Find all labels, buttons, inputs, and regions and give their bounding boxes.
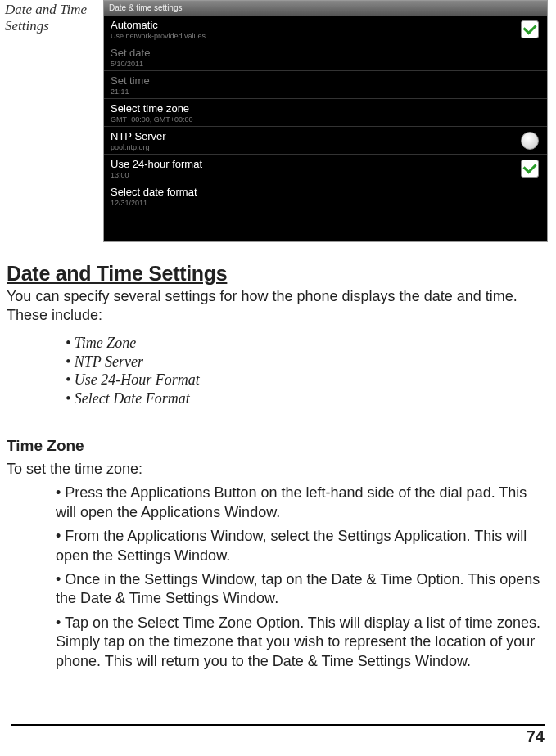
row-title: Set time — [111, 74, 540, 87]
row-subtitle: 12/31/2011 — [111, 199, 540, 207]
row-select-date-format[interactable]: Select date format 12/31/2011 — [104, 182, 547, 209]
section-intro: You can specify several settings for how… — [7, 287, 548, 324]
figure-caption: Date and Time Settings — [5, 0, 103, 242]
row-title: Select date format — [111, 186, 540, 198]
row-subtitle: Use network-provided values — [111, 32, 540, 40]
list-item: Use 24-Hour Format — [66, 371, 548, 389]
row-title: Automatic — [111, 19, 540, 31]
row-select-timezone[interactable]: Select time zone GMT+00:00, GMT+00:00 — [104, 99, 547, 127]
step-item: • Press the Applications Button on the l… — [56, 484, 548, 522]
row-title: Use 24-hour format — [111, 158, 540, 170]
window-titlebar: Date & time settings — [104, 1, 547, 16]
feature-bullet-list: Time Zone NTP Server Use 24-Hour Format … — [7, 334, 548, 407]
screenshot-date-time-settings: Date & time settings Automatic Use netwo… — [103, 0, 548, 242]
section-heading: Date and Time Settings — [7, 262, 548, 286]
row-set-time: Set time 21:11 — [104, 71, 547, 99]
list-item: Time Zone — [66, 334, 548, 353]
steps-list: • Press the Applications Button on the l… — [7, 484, 548, 671]
footer-rule — [11, 724, 545, 726]
row-automatic[interactable]: Automatic Use network-provided values — [104, 16, 547, 43]
row-ntp-server[interactable]: NTP Server pool.ntp.org — [104, 127, 547, 155]
step-item: • Once in the Settings Window, tap on th… — [56, 570, 548, 609]
checkbox-icon[interactable] — [521, 20, 539, 38]
page-number: 74 — [11, 727, 545, 746]
list-item: Select Date Format — [66, 389, 548, 408]
list-item: NTP Server — [66, 353, 548, 371]
row-subtitle: 13:00 — [111, 171, 540, 179]
checkbox-icon[interactable] — [521, 160, 539, 178]
subsection-intro: To set the time zone: — [7, 460, 548, 479]
page-footer: 74 — [0, 724, 556, 746]
row-24h-format[interactable]: Use 24-hour format 13:00 — [104, 155, 547, 182]
row-set-date: Set date 5/10/2011 — [104, 43, 547, 71]
radio-icon[interactable] — [521, 132, 539, 150]
subsection-heading: Time Zone — [7, 437, 548, 455]
row-subtitle: 21:11 — [111, 88, 540, 96]
row-title: Select time zone — [111, 102, 540, 115]
row-subtitle: 5/10/2011 — [111, 60, 540, 68]
step-item: • From the Applications Window, select t… — [56, 527, 548, 565]
step-item: • Tap on the Select Time Zone Option. Th… — [56, 614, 548, 671]
row-subtitle: pool.ntp.org — [111, 143, 540, 151]
row-subtitle: GMT+00:00, GMT+00:00 — [111, 115, 540, 124]
row-title: Set date — [111, 47, 540, 59]
row-title: NTP Server — [111, 130, 540, 142]
